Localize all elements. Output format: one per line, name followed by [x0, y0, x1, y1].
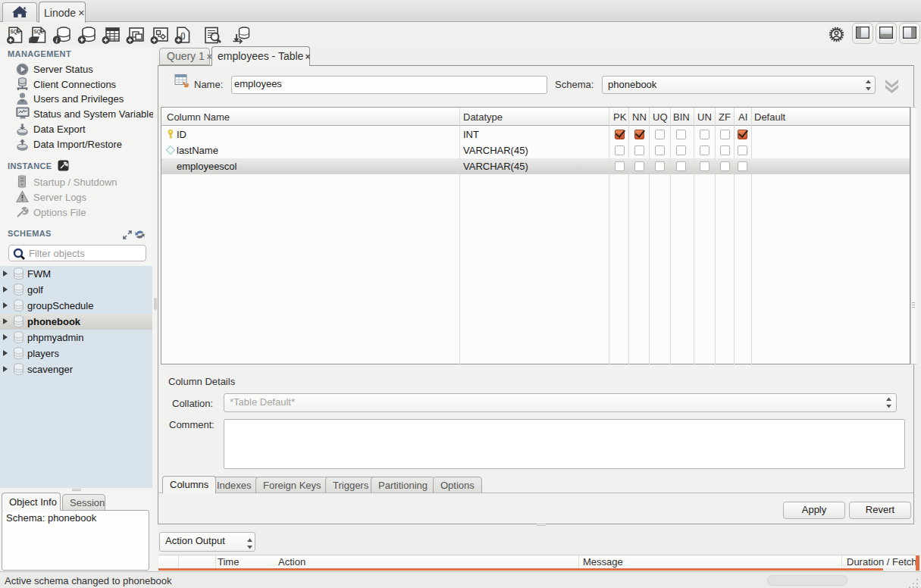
svg-text:SQL: SQL — [33, 29, 43, 35]
svg-text:SQL: SQL — [10, 29, 20, 35]
